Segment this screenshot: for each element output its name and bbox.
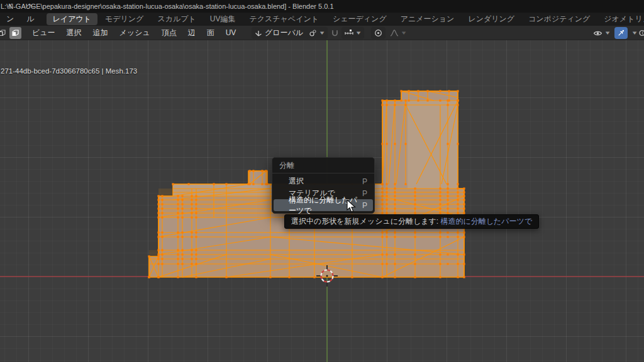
blender-window: L:\N-GAUGE\pepakura-designer\osaka-stati… — [0, 0, 644, 362]
falloff-curve-icon — [390, 29, 399, 37]
chevron-down-icon: ▼ — [604, 30, 611, 36]
show-object-types-dropdown[interactable]: ▼ — [590, 27, 613, 39]
snap-toggle[interactable] — [328, 27, 342, 39]
snap-with-dropdown[interactable]: ▼ — [341, 27, 364, 39]
chevron-down-icon: ▼ — [631, 30, 638, 36]
workspace-tab-compositing[interactable]: コンポジティング — [522, 13, 596, 25]
viewport-menu-vertex[interactable]: 頂点 — [156, 26, 182, 40]
proportional-editing-toggle[interactable] — [371, 27, 386, 39]
workspace-tab-modeling[interactable]: モデリング — [99, 13, 150, 25]
chevron-down-icon: ▼ — [400, 30, 407, 36]
workspace-tab-sculpt[interactable]: スカルプト — [151, 13, 202, 25]
context-menu-title: 分離 — [272, 159, 374, 172]
viewport-menu-mesh[interactable]: メッシュ — [114, 26, 156, 40]
proportional-falloff-dropdown[interactable]: ▼ — [387, 27, 409, 39]
workspace-tab-shading[interactable]: シェーディング — [326, 13, 393, 25]
chevron-down-icon: ▼ — [355, 30, 362, 36]
active-object-label: 271-44db-bced-7d3066780c65 | Mesh.173 — [1, 67, 137, 75]
workspace-tabs: レイアウト モデリング スカルプト UV編集 テクスチャペイント シェーディング… — [46, 13, 644, 26]
mesh-face-tower — [408, 101, 458, 189]
orientation-value: グローバル — [265, 28, 303, 38]
select-mode-buttons — [0, 27, 21, 39]
overlays-icon — [639, 29, 644, 37]
viewport-menus: ビュー 選択 追加 メッシュ 頂点 辺 面 UV — [26, 26, 242, 40]
gizmo-icon — [618, 29, 625, 37]
viewport-menu-edge[interactable]: 辺 — [182, 26, 201, 40]
viewport-header: ビュー 選択 追加 メッシュ 頂点 辺 面 UV グローバル ▼ ▼ ▼ — [0, 26, 644, 40]
tooltip-text: 選択中の形状を新規メッシュに分離します: — [291, 217, 440, 226]
magnet-icon — [331, 29, 339, 37]
transform-orientation-dropdown[interactable]: グローバル ▼ — [252, 27, 314, 39]
snap-increment-icon — [345, 29, 353, 37]
viewport-menu-face[interactable]: 面 — [201, 26, 220, 40]
workspace-tab-layout[interactable]: レイアウト — [47, 13, 97, 25]
menu-item-shortcut: P — [362, 201, 367, 210]
viewport-menu-uv[interactable]: UV — [220, 26, 242, 40]
window-title: L:\N-GAUGE\pepakura-designer\osaka-stati… — [0, 0, 644, 13]
workspace-tab-rendering[interactable]: レンダリング — [462, 13, 521, 25]
menu-item-shortcut: P — [362, 189, 367, 198]
proportional-editing-icon — [374, 29, 382, 37]
viewport-menu-select[interactable]: 選択 — [61, 26, 87, 40]
viewport-menu-view[interactable]: ビュー — [26, 26, 61, 40]
menu-item-label: 選択 — [289, 176, 304, 187]
face-select-mode-icon[interactable] — [9, 27, 21, 39]
edge-select-mode-icon[interactable] — [0, 27, 8, 39]
top-menu-bar: ウィンドウ ヘルプ レイアウト モデリング スカルプト UV編集 テクスチャペイ… — [0, 13, 644, 26]
gizmos-toggle[interactable] — [614, 27, 628, 39]
orientation-axes-icon — [255, 30, 262, 37]
workspace-tab-geometrynodes[interactable]: ジオメトリノード — [597, 13, 644, 25]
eye-visibility-icon — [593, 29, 602, 37]
workspace-tab-texturepaint[interactable]: テクスチャペイント — [243, 13, 325, 25]
tooltip-operator-name: 構造的に分離したパーツで — [440, 217, 532, 226]
viewport-menu-add[interactable]: 追加 — [87, 26, 114, 40]
pivot-point-dropdown[interactable]: ▼ — [306, 27, 328, 39]
separate-context-menu: 分離 選択 P マテリアルで P 構造的に分離したパーツで P — [272, 157, 375, 214]
overlays-toggle[interactable] — [638, 27, 644, 39]
mouse-cursor — [347, 199, 357, 213]
pivot-point-icon — [309, 29, 317, 37]
menu-item-by-loose-parts[interactable]: 構造的に分離したパーツで P — [274, 199, 373, 211]
menu-item-shortcut: P — [362, 177, 367, 186]
workspace-tab-animation[interactable]: アニメーション — [394, 13, 461, 25]
tooltip: 選択中の形状を新規メッシュに分離します: 構造的に分離したパーツで — [284, 214, 539, 229]
chevron-down-icon: ▼ — [318, 30, 325, 36]
menu-item-selection[interactable]: 選択 P — [274, 175, 373, 187]
workspace-tab-uv[interactable]: UV編集 — [204, 13, 242, 25]
context-menu-separator — [272, 173, 374, 173]
